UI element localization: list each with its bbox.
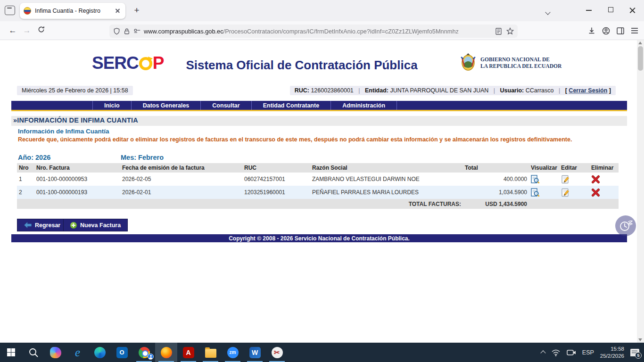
url-text: www.compraspublicas.gob.ec/ProcesoContra…	[144, 28, 495, 35]
ecuador-coat-of-arms-icon	[460, 52, 477, 73]
col-fecha: Fecha de emisión de la factura	[120, 163, 242, 173]
scrollbar-thumb[interactable]	[638, 46, 643, 71]
taskbar-copilot-button[interactable]	[44, 343, 66, 362]
main-nav: Inicio Datos Generales Consultar Entidad…	[11, 101, 627, 111]
back-arrow-icon	[24, 222, 32, 228]
year-label: Año: 2026	[18, 154, 50, 161]
taskbar-acrobat-button[interactable]: A	[177, 343, 199, 362]
bookmark-star-icon[interactable]	[506, 27, 514, 35]
col-nro: Nro	[17, 163, 34, 173]
regresar-button[interactable]: Regresar	[17, 219, 67, 231]
wifi-icon[interactable]	[551, 349, 561, 356]
account-icon[interactable]	[602, 27, 610, 35]
browser-tab-bar: Infima Cuantía - Registro +	[0, 0, 644, 21]
url-bar[interactable]: www.compraspublicas.gob.ec/ProcesoContra…	[109, 25, 518, 38]
edge-icon	[94, 347, 106, 358]
edit-invoice-icon[interactable]	[561, 175, 570, 184]
col-factura: Nro. Factura	[34, 163, 120, 173]
taskbar-file-explorer-button[interactable]	[199, 343, 222, 362]
col-editar: Editar	[559, 163, 589, 173]
ruc-label: RUC:	[295, 87, 309, 94]
breadcrumb: »INFORMACIÓN DE INFIMA CUANTIA	[11, 116, 627, 126]
back-button[interactable]: ←	[6, 26, 20, 35]
invoices-table: Nro Nro. Factura Fecha de emisión de la …	[17, 163, 619, 209]
permissions-icon[interactable]	[133, 28, 141, 34]
taskbar-snipping-button[interactable]: ✂	[266, 343, 288, 362]
tab-close-icon[interactable]	[114, 7, 122, 15]
meet-now-icon[interactable]	[567, 349, 576, 356]
list-all-tabs-icon[interactable]	[546, 8, 550, 16]
taskbar-chrome-button[interactable]	[133, 343, 155, 362]
nav-item-inicio[interactable]: Inicio	[92, 101, 131, 110]
total-row: TOTAL FACTURAS: USD 1,434.5900	[17, 199, 619, 209]
notification-center-icon[interactable]: 5	[630, 349, 639, 356]
taskbar-internet-explorer-button[interactable]: e	[66, 343, 89, 362]
reader-view-icon[interactable]	[495, 28, 502, 35]
clock-icon	[618, 218, 633, 233]
sidebar-icon[interactable]	[617, 27, 624, 34]
taskbar-edge-button[interactable]	[89, 343, 111, 362]
window-close-button[interactable]	[629, 7, 636, 14]
taskbar-zoom-button[interactable]: zm	[222, 343, 244, 362]
edit-invoice-icon[interactable]	[561, 188, 570, 197]
tab-favicon-icon	[24, 7, 31, 15]
language-indicator[interactable]: ESP	[582, 349, 594, 356]
windows-logo-icon	[7, 348, 15, 356]
start-button[interactable]	[0, 343, 22, 362]
firefox-view-icon[interactable]	[5, 6, 15, 15]
cell-factura: 001-100-000000953	[34, 173, 120, 186]
zoom-app-icon: zm	[227, 347, 239, 358]
delete-invoice-icon[interactable]	[591, 175, 600, 184]
view-invoice-icon[interactable]	[531, 188, 540, 197]
acrobat-icon: A	[183, 347, 194, 358]
snipping-tool-icon: ✂	[272, 347, 283, 358]
section-title: Información de Infima Cuantía	[18, 128, 109, 135]
taskbar-outlook-button[interactable]: O	[111, 343, 133, 362]
tray-expand-icon[interactable]	[540, 350, 545, 355]
scroll-up-icon[interactable]	[638, 41, 642, 44]
lock-icon[interactable]	[124, 28, 130, 35]
downloads-icon[interactable]	[588, 27, 595, 34]
window-maximize-button[interactable]	[608, 7, 613, 12]
cell-fecha: 2026-02-01	[120, 186, 242, 199]
government-logo: GOBIERNO NACIONAL DE LA REPUBLICA DEL EC…	[460, 52, 561, 73]
delete-invoice-icon[interactable]	[591, 188, 600, 197]
logout-link[interactable]: Cerrar Sesión	[569, 87, 607, 94]
nueva-factura-button[interactable]: Nueva Factura	[63, 219, 128, 231]
floating-clock-widget[interactable]	[615, 215, 636, 236]
table-row: 1 001-100-000000953 2026-02-05 060274215…	[17, 173, 619, 186]
taskbar-clock[interactable]: 15:58 25/2/2026	[600, 346, 624, 360]
nav-item-datos-generales[interactable]: Datos Generales	[131, 101, 201, 110]
cell-nro: 2	[17, 186, 34, 199]
nav-item-administracion[interactable]: Administración	[330, 101, 397, 110]
window-minimize-button[interactable]	[586, 10, 592, 11]
nav-item-consultar[interactable]: Consultar	[200, 101, 251, 110]
shield-icon[interactable]	[113, 27, 120, 35]
reload-button[interactable]	[34, 26, 48, 35]
taskbar-word-button[interactable]: W	[244, 343, 266, 362]
outlook-icon: O	[116, 347, 128, 358]
taskbar-time: 15:58	[600, 346, 624, 353]
forward-button[interactable]: →	[20, 26, 34, 35]
firefox-icon	[161, 347, 172, 358]
cell-total: 400.0000	[463, 173, 529, 186]
cell-nro: 1	[17, 173, 34, 186]
taskbar-search-button[interactable]	[22, 343, 44, 362]
cell-ruc: 0602742157001	[242, 173, 310, 186]
copyright-footer: Copyright © 2008 - 2026 Servicio Naciona…	[11, 234, 627, 242]
government-logo-text: GOBIERNO NACIONAL DE LA REPUBLICA DEL EC…	[480, 56, 561, 70]
menu-hamburger-icon[interactable]	[631, 27, 638, 34]
browser-tab[interactable]: Infima Cuantía - Registro	[20, 3, 125, 19]
taskbar-date: 25/2/2026	[600, 353, 624, 360]
empty-cell	[589, 199, 619, 209]
nav-item-entidad-contratante[interactable]: Entidad Contratante	[251, 101, 330, 110]
ruc-value: 1260023860001	[311, 87, 353, 94]
taskbar-firefox-button[interactable]	[155, 343, 177, 362]
new-tab-button[interactable]: +	[131, 5, 142, 16]
page-scrollbar[interactable]	[637, 40, 644, 343]
view-invoice-icon[interactable]	[531, 175, 540, 184]
entidad-value: JUNTA PARROQUIAL DE SAN JUAN	[390, 87, 488, 94]
scroll-down-icon[interactable]	[638, 338, 642, 341]
cell-factura: 001-100-000000193	[34, 186, 120, 199]
month-label: Mes: Febrero	[121, 154, 164, 161]
